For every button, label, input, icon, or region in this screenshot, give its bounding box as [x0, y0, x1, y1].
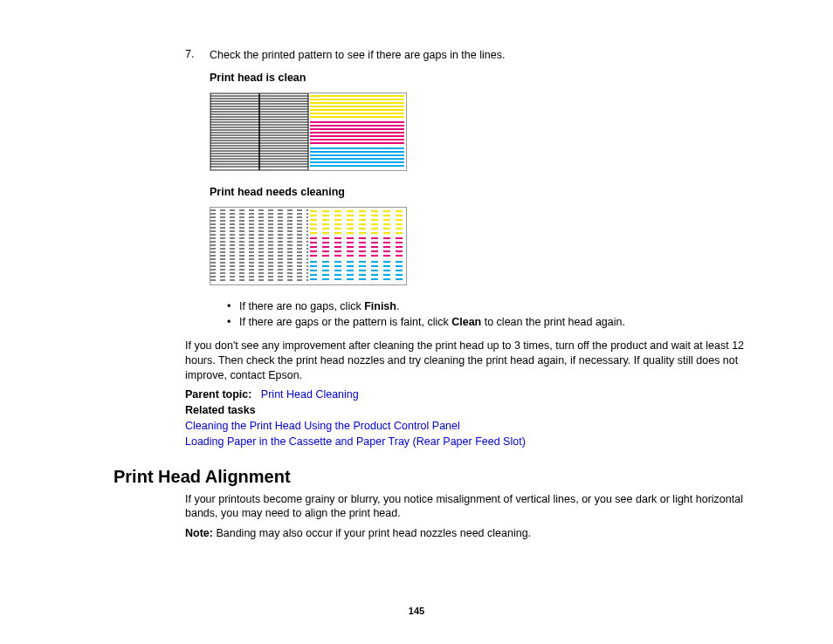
related-task-link[interactable]: Cleaning the Print Head Using the Produc… [185, 420, 460, 432]
section-heading-print-head-alignment: Print Head Alignment [114, 467, 746, 487]
step-text: Check the printed pattern to see if ther… [210, 48, 746, 63]
bullet-text: If there are gaps or the pattern is fain… [239, 316, 625, 328]
related-task-link[interactable]: Loading Paper in the Cassette and Paper … [185, 435, 526, 448]
bullet-icon: • [227, 316, 239, 328]
alignment-note: Note: Banding may also occur if your pri… [185, 526, 746, 541]
pattern-clean [210, 92, 746, 174]
nozzle-pattern-clean-image [210, 92, 407, 171]
pattern-dirty [210, 207, 746, 288]
list-item: • If there are gaps or the pattern is fa… [227, 316, 746, 328]
related-tasks-label: Related tasks [185, 404, 746, 416]
page-number: 145 [0, 606, 833, 616]
bullet-text: If there are no gaps, click Finish. [239, 300, 399, 312]
followup-paragraph: If you don't see any improvement after c… [185, 339, 746, 383]
parent-topic-row: Parent topic: Print Head Cleaning [185, 388, 746, 401]
parent-topic-link[interactable]: Print Head Cleaning [261, 388, 359, 401]
nozzle-pattern-dirty-image [210, 207, 407, 285]
step-7: 7. Check the printed pattern to see if t… [185, 48, 746, 333]
bullet-list: • If there are no gaps, click Finish. • … [227, 300, 746, 328]
label-clean: Print head is clean [210, 72, 746, 84]
list-item: • If there are no gaps, click Finish. [227, 300, 746, 312]
bullet-icon: • [227, 300, 239, 312]
alignment-paragraph: If your printouts become grainy or blurr… [185, 492, 746, 522]
step-number: 7. [185, 48, 210, 333]
label-dirty: Print head needs cleaning [210, 186, 746, 198]
parent-topic-label: Parent topic: [185, 388, 251, 401]
note-label: Note: [185, 527, 213, 539]
